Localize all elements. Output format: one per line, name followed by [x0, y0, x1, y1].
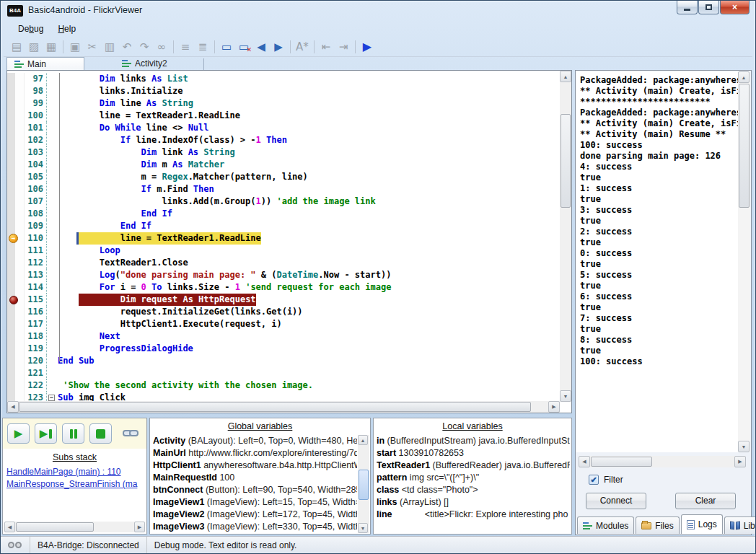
scroll-up-icon[interactable]: ▲ [560, 71, 571, 82]
toggle-breakpoint-icon[interactable]: ▭ [218, 39, 235, 55]
scrollbar-thumb[interactable] [359, 470, 369, 500]
tab-logs[interactable]: Logs [681, 514, 723, 534]
run-icon[interactable]: ▶ [359, 39, 376, 55]
menu-item-help[interactable]: Help [52, 22, 82, 35]
gutter[interactable]: → [7, 232, 25, 245]
gutter[interactable] [7, 355, 25, 367]
gutter[interactable] [7, 379, 25, 392]
pause-button[interactable] [62, 423, 84, 444]
module-tab-activity2[interactable]: Activity2 [115, 57, 175, 70]
connect-link-icon[interactable] [123, 429, 140, 438]
module-tab-main[interactable]: Main [6, 57, 84, 70]
scroll-down-icon[interactable]: ▼ [560, 390, 571, 402]
log-output[interactable]: PackageAdded: package:anywheres** Activi… [576, 71, 739, 452]
next-icon[interactable]: ▶ [270, 39, 287, 55]
scroll-left-icon[interactable]: ◀ [579, 456, 590, 467]
scrollbar-thumb[interactable] [591, 457, 652, 467]
gutter[interactable] [7, 183, 25, 195]
open-icon[interactable]: ▨ [25, 39, 43, 55]
gutter[interactable] [7, 343, 25, 355]
gutter[interactable] [7, 122, 25, 134]
log-vertical-scrollbar[interactable]: ▲ ▼ [738, 71, 750, 452]
gutter[interactable] [7, 159, 25, 171]
gutter[interactable] [7, 195, 25, 208]
log-horizontal-scrollbar[interactable]: ◀ ▶ [579, 456, 746, 467]
app-window: B4A Basic4android - FlickrViewer × Debug… [0, 0, 756, 554]
editor-vertical-scrollbar[interactable]: ▲ ▼ [560, 71, 571, 402]
gutter[interactable] [7, 97, 25, 110]
fold-collapse-icon[interactable]: − [48, 395, 55, 401]
indent-icon[interactable]: ⇥ [335, 39, 352, 55]
breakpoint-icon[interactable] [9, 296, 18, 304]
scroll-up-icon[interactable]: ▲ [738, 71, 750, 83]
save-icon[interactable]: ▦ [43, 39, 60, 55]
scroll-right-icon[interactable]: ▶ [734, 456, 746, 467]
minimize-button[interactable] [677, 1, 698, 14]
code-editor[interactable]: 97 Dim links As List98 links.Initialize9… [6, 70, 572, 413]
previous-icon[interactable]: ◀ [252, 39, 270, 55]
code-line-115: 115 Dim request As HttpRequest [7, 294, 560, 306]
scroll-down-icon[interactable]: ▼ [738, 441, 750, 452]
gutter[interactable] [7, 171, 25, 183]
gutter[interactable] [7, 257, 25, 269]
gutter[interactable] [7, 134, 25, 146]
gutter[interactable] [7, 146, 25, 159]
scroll-right-icon[interactable]: ▶ [134, 522, 145, 532]
subs-stack-link[interactable]: MainResponse_StreamFinish (ma [6, 478, 145, 491]
maximize-button[interactable] [698, 1, 719, 14]
outdent-icon[interactable]: ⇤ [317, 39, 335, 55]
scrollbar-thumb[interactable] [19, 402, 531, 412]
scroll-right-icon[interactable]: ▶ [548, 401, 560, 413]
connect-button[interactable]: Connect [586, 493, 646, 509]
line-number: 98 [25, 85, 47, 97]
tab-modules[interactable]: Modules [577, 516, 634, 534]
copy-icon[interactable]: ▣ [66, 39, 84, 55]
paste-icon[interactable]: ▥ [101, 39, 118, 55]
gutter[interactable] [7, 220, 25, 232]
gutter[interactable] [7, 306, 25, 318]
gutter[interactable] [7, 294, 25, 306]
gutter[interactable] [7, 281, 25, 294]
scroll-down-icon[interactable]: ▼ [358, 523, 368, 533]
new-file-icon[interactable]: ▤ [8, 39, 25, 55]
clear-breakpoints-icon[interactable]: ▭✕ [235, 39, 252, 55]
gutter[interactable] [7, 245, 25, 257]
scrollbar-thumb[interactable] [16, 522, 94, 532]
undo-icon[interactable]: ↶ [118, 39, 136, 55]
gutter[interactable] [7, 85, 25, 97]
stop-button[interactable] [89, 423, 112, 444]
gutter[interactable] [7, 73, 25, 85]
scrollbar-thumb[interactable] [739, 84, 750, 208]
gutter[interactable] [7, 318, 25, 330]
scroll-left-icon[interactable]: ◀ [7, 401, 19, 413]
gutter[interactable] [7, 392, 25, 401]
clear-button[interactable]: Clear [675, 493, 736, 509]
uncomment-icon[interactable]: ≣ [194, 39, 211, 55]
filter-checkbox[interactable]: ✔ [589, 475, 599, 485]
resume-button[interactable]: ▶ [7, 423, 30, 444]
toolbar: ▤▨▦▣✂▥↶↷∞≡≣▭▭✕◀▶A*⇤⇥▶ [4, 37, 752, 57]
redo-icon[interactable]: ↷ [136, 39, 153, 55]
subs-horizontal-scrollbar[interactable]: ◀ ▶ [4, 522, 145, 532]
gutter[interactable] [7, 330, 25, 343]
find-icon[interactable]: ∞ [153, 39, 170, 55]
globals-vertical-scrollbar[interactable]: ▲ ▼ [358, 435, 369, 533]
tab-libs[interactable]: Libs [724, 516, 756, 534]
gutter[interactable] [7, 208, 25, 220]
title-bar[interactable]: B4A Basic4android - FlickrViewer × [1, 1, 755, 21]
gutter[interactable] [7, 269, 25, 281]
step-button[interactable]: ▶ [35, 423, 57, 444]
font-icon[interactable]: A* [294, 39, 311, 55]
close-button[interactable]: × [720, 1, 750, 14]
editor-horizontal-scrollbar[interactable]: ◀ ▶ [7, 401, 560, 413]
tab-files[interactable]: Files [636, 516, 679, 534]
comment-icon[interactable]: ≡ [177, 39, 194, 55]
scroll-up-icon[interactable]: ▲ [358, 435, 368, 445]
menu-item-debug[interactable]: Debug [12, 22, 49, 35]
scroll-left-icon[interactable]: ◀ [4, 522, 15, 532]
gutter[interactable] [7, 110, 25, 122]
scrollbar-thumb[interactable] [561, 114, 571, 208]
gutter[interactable] [7, 367, 25, 379]
subs-stack-link[interactable]: HandleMainPage (main) : 110 [6, 466, 145, 478]
cut-icon[interactable]: ✂ [84, 39, 101, 55]
